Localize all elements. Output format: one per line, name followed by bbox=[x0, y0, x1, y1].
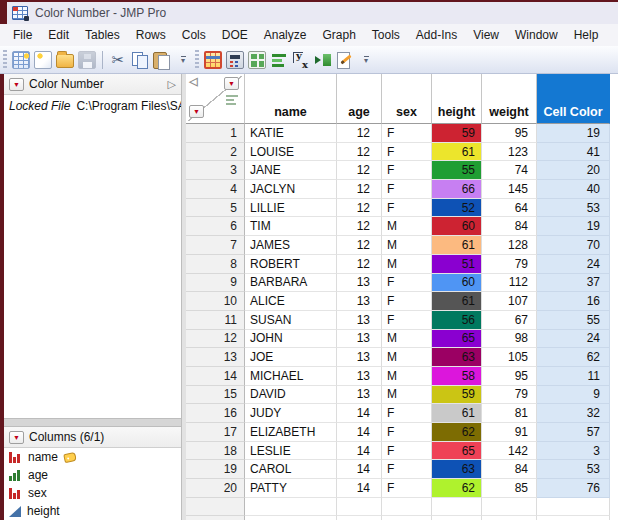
row-number-cell[interactable]: 7 bbox=[186, 236, 245, 255]
columns-menu-button[interactable]: ▼ bbox=[224, 77, 239, 90]
sex-cell[interactable]: M bbox=[382, 367, 432, 386]
age-cell[interactable]: 12 bbox=[337, 143, 382, 162]
graph-bars-icon[interactable] bbox=[270, 51, 288, 69]
fit-y-by-x-icon[interactable] bbox=[292, 51, 310, 69]
cell-color-cell[interactable]: 40 bbox=[537, 180, 610, 199]
height-cell[interactable]: 62 bbox=[432, 479, 482, 498]
name-cell[interactable]: JACLYN bbox=[245, 180, 337, 199]
column-header-height[interactable]: height bbox=[432, 74, 482, 124]
weight-cell[interactable]: 85 bbox=[482, 479, 537, 498]
weight-cell[interactable]: 74 bbox=[482, 161, 537, 180]
cell-color-cell[interactable]: 53 bbox=[537, 199, 610, 218]
menu-item[interactable]: Graph bbox=[314, 25, 363, 45]
age-cell[interactable]: 14 bbox=[337, 479, 382, 498]
row-number-cell[interactable]: 14 bbox=[186, 367, 245, 386]
name-cell[interactable]: LILLIE bbox=[245, 199, 337, 218]
cell-color-cell[interactable]: 32 bbox=[537, 404, 610, 423]
height-cell[interactable]: 51 bbox=[432, 255, 482, 274]
height-cell[interactable]: 60 bbox=[432, 217, 482, 236]
column-list-item[interactable]: name bbox=[4, 448, 181, 466]
cell-color-cell[interactable]: 19 bbox=[537, 124, 610, 143]
name-cell[interactable]: ALICE bbox=[245, 292, 337, 311]
cell-color-cell[interactable]: 20 bbox=[537, 161, 610, 180]
cell-color-cell[interactable]: 70 bbox=[537, 236, 610, 255]
sex-cell[interactable]: F bbox=[382, 460, 432, 479]
height-cell[interactable]: 61 bbox=[432, 292, 482, 311]
copy-icon[interactable] bbox=[131, 51, 149, 69]
row-number-cell[interactable]: 17 bbox=[186, 423, 245, 442]
sex-cell[interactable]: M bbox=[382, 236, 432, 255]
sex-cell[interactable]: F bbox=[382, 199, 432, 218]
weight-cell[interactable]: 79 bbox=[482, 386, 537, 405]
column-header-sex[interactable]: sex bbox=[382, 74, 432, 124]
toolbar-overflow-button[interactable] bbox=[360, 50, 372, 70]
new-window-icon[interactable] bbox=[34, 51, 52, 69]
row-number-cell[interactable]: 8 bbox=[186, 255, 245, 274]
sex-cell[interactable]: F bbox=[382, 124, 432, 143]
formula-icon[interactable] bbox=[226, 51, 244, 69]
column-header-age[interactable]: age bbox=[337, 74, 382, 124]
cell-color-cell[interactable]: 53 bbox=[537, 460, 610, 479]
column-list-item[interactable]: sex bbox=[4, 484, 181, 502]
name-cell[interactable]: MICHAEL bbox=[245, 367, 337, 386]
toolbar-overflow-button[interactable] bbox=[177, 50, 189, 70]
sex-cell[interactable]: M bbox=[382, 330, 432, 349]
age-cell[interactable]: 13 bbox=[337, 311, 382, 330]
menu-item[interactable]: Add-Ins bbox=[408, 25, 465, 45]
weight-cell[interactable]: 95 bbox=[482, 124, 537, 143]
cell-color-cell[interactable]: 55 bbox=[537, 311, 610, 330]
name-cell[interactable]: TIM bbox=[245, 217, 337, 236]
height-cell[interactable]: 63 bbox=[432, 348, 482, 367]
age-cell[interactable]: 12 bbox=[337, 199, 382, 218]
row-number-cell[interactable]: 12 bbox=[186, 330, 245, 349]
menu-item[interactable]: DOE bbox=[214, 25, 256, 45]
cell-color-cell[interactable]: 24 bbox=[537, 255, 610, 274]
height-cell[interactable]: 59 bbox=[432, 386, 482, 405]
row-number-cell[interactable]: 16 bbox=[186, 404, 245, 423]
weight-cell[interactable]: 107 bbox=[482, 292, 537, 311]
new-data-table-icon[interactable] bbox=[12, 51, 30, 69]
jmp-starter-icon[interactable] bbox=[248, 51, 266, 69]
age-cell[interactable]: 12 bbox=[337, 124, 382, 143]
menu-item[interactable]: Tools bbox=[364, 25, 408, 45]
row-number-cell[interactable]: 15 bbox=[186, 386, 245, 405]
weight-cell[interactable]: 145 bbox=[482, 180, 537, 199]
menu-item[interactable]: Cols bbox=[174, 25, 214, 45]
menu-item[interactable]: Rows bbox=[128, 25, 174, 45]
age-cell[interactable]: 12 bbox=[337, 236, 382, 255]
age-cell[interactable]: 12 bbox=[337, 255, 382, 274]
height-cell[interactable]: 58 bbox=[432, 367, 482, 386]
weight-cell[interactable]: 64 bbox=[482, 199, 537, 218]
weight-cell[interactable]: 98 bbox=[482, 330, 537, 349]
sex-cell[interactable]: F bbox=[382, 143, 432, 162]
menu-item[interactable]: Window bbox=[507, 25, 566, 45]
sex-cell[interactable]: F bbox=[382, 180, 432, 199]
age-cell[interactable]: 12 bbox=[337, 217, 382, 236]
height-cell[interactable]: 55 bbox=[432, 161, 482, 180]
column-header-cell-color[interactable]: Cell Color bbox=[537, 74, 610, 124]
age-cell[interactable]: 13 bbox=[337, 367, 382, 386]
row-number-cell[interactable]: 4 bbox=[186, 180, 245, 199]
cell-color-cell[interactable]: 19 bbox=[537, 217, 610, 236]
table-panel-menu-button[interactable]: ▼ bbox=[9, 78, 24, 91]
name-cell[interactable]: PATTY bbox=[245, 479, 337, 498]
row-number-cell[interactable]: 3 bbox=[186, 161, 245, 180]
name-cell[interactable]: JOE bbox=[245, 348, 337, 367]
row-number-cell[interactable]: 18 bbox=[186, 442, 245, 461]
height-cell[interactable]: 61 bbox=[432, 404, 482, 423]
panel-splitter[interactable] bbox=[4, 418, 181, 427]
weight-cell[interactable]: 67 bbox=[482, 311, 537, 330]
age-cell[interactable]: 12 bbox=[337, 161, 382, 180]
panel-disclosure-icon[interactable]: ▷ bbox=[168, 78, 176, 91]
cell-color-cell[interactable]: 76 bbox=[537, 479, 610, 498]
row-number-cell[interactable]: 10 bbox=[186, 292, 245, 311]
name-cell[interactable]: KATIE bbox=[245, 124, 337, 143]
name-cell[interactable]: DAVID bbox=[245, 386, 337, 405]
weight-cell[interactable]: 84 bbox=[482, 460, 537, 479]
weight-cell[interactable]: 95 bbox=[482, 367, 537, 386]
sex-cell[interactable]: F bbox=[382, 161, 432, 180]
script-editor-icon[interactable] bbox=[336, 51, 354, 69]
cell-color-cell[interactable]: 11 bbox=[537, 367, 610, 386]
column-header-name[interactable]: name bbox=[245, 74, 337, 124]
sex-cell[interactable]: M bbox=[382, 255, 432, 274]
